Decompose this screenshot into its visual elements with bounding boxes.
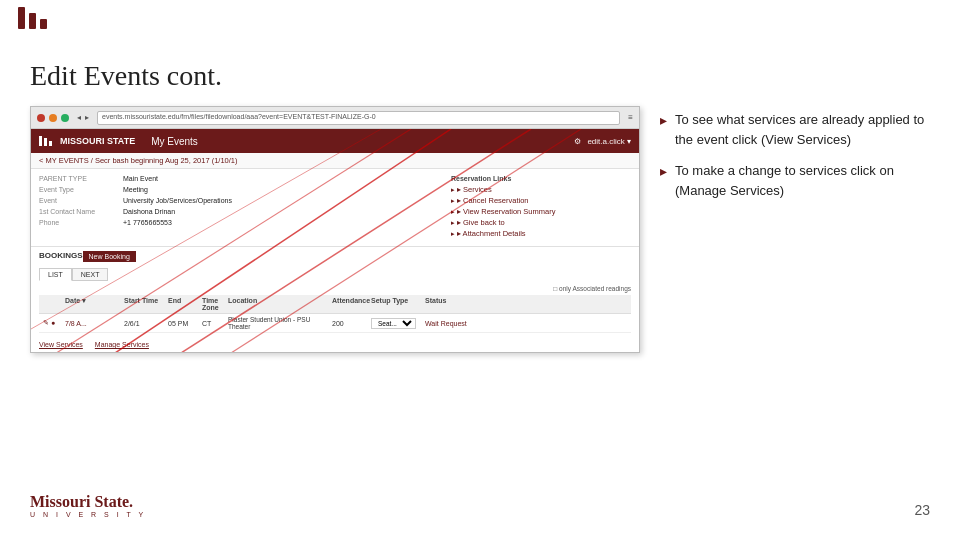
field-label: Event Type — [39, 186, 119, 193]
col-att-header: Attendance — [332, 297, 367, 311]
app-bar-2 — [44, 138, 47, 146]
app-header-right: ⚙ edit.a.click ▾ — [574, 137, 631, 146]
field-label: 1st Contact Name — [39, 208, 119, 215]
bullet-arrow-2: ▸ — [660, 163, 667, 179]
event-fields: PARENT TYPEMain EventEvent TypeMeetingEv… — [39, 175, 443, 226]
event-left-fields: PARENT TYPEMain EventEvent TypeMeetingEv… — [39, 175, 443, 240]
reservation-link[interactable]: ▸ Services — [451, 185, 631, 194]
logo-bar-1 — [18, 7, 25, 29]
bullet-item-2: ▸ To make a change to services click on … — [660, 161, 930, 200]
col-date-header: Date ▾ — [65, 297, 120, 311]
event-right-links: Reservation Links ▸ Services▸ Cancel Res… — [451, 175, 631, 240]
field-row: Event TypeMeeting — [39, 186, 443, 193]
app-header: MISSOURI STATE My Events ⚙ edit.a.click … — [31, 129, 639, 153]
field-row: 1st Contact NameDaishona Drinan — [39, 208, 443, 215]
reservation-link[interactable]: ▸ View Reservation Summary — [451, 207, 631, 216]
bullet-item-1: ▸ To see what services are already appli… — [660, 110, 930, 149]
bullet-arrow-1: ▸ — [660, 112, 667, 128]
setup-select[interactable]: Seat... — [371, 318, 416, 329]
row-location: Plaster Student Union - PSU Theater — [228, 316, 328, 330]
bookings-tabs: LIST NEXT — [39, 268, 631, 281]
browser-bar: ◂ ▸ events.missouristate.edu/fm/files/fi… — [31, 107, 639, 129]
content-row: ◂ ▸ events.missouristate.edu/fm/files/fi… — [30, 106, 930, 353]
row-date: 7/8 A... — [65, 320, 120, 327]
row-action-icons[interactable]: ✎ ● — [43, 319, 61, 327]
view-services-link[interactable]: View Services — [39, 341, 83, 348]
search-icon[interactable]: ⚙ — [574, 137, 581, 146]
bookings-header: BOOKINGS — [39, 251, 83, 260]
reservation-links: ▸ Services▸ Cancel Reservation▸ View Res… — [451, 185, 631, 238]
new-booking-button[interactable]: New Booking — [83, 251, 136, 262]
col-icons — [43, 297, 61, 311]
filter-label: □ only Associated readings — [39, 285, 631, 292]
msu-logo: Missouri State. U N I V E R S I T Y — [30, 493, 146, 518]
logo-bar-2 — [29, 13, 36, 29]
row-end-time: 05 PM — [168, 320, 198, 327]
page-number: 23 — [914, 502, 930, 518]
screenshot-mockup: ◂ ▸ events.missouristate.edu/fm/files/fi… — [30, 106, 640, 353]
tab-next[interactable]: NEXT — [72, 268, 109, 281]
bottom-links-bar: View Services Manage Services — [31, 337, 639, 352]
browser-min-dot — [49, 114, 57, 122]
field-value: Meeting — [123, 186, 148, 193]
col-tz-header: Time Zone — [202, 297, 224, 311]
browser-menu-icon[interactable]: ≡ — [628, 113, 633, 122]
app-title: My Events — [151, 136, 198, 147]
col-end-header: End — [168, 297, 198, 311]
event-details: PARENT TYPEMain EventEvent TypeMeetingEv… — [31, 169, 639, 246]
reservation-link[interactable]: ▸ Give back to — [451, 218, 631, 227]
tab-list[interactable]: LIST — [39, 268, 72, 281]
reservation-link[interactable]: ▸ Attachment Details — [451, 229, 631, 238]
address-bar[interactable]: events.missouristate.edu/fm/files/filedo… — [97, 111, 620, 125]
table-row: ✎ ● 7/8 A... 2/6/1 05 PM CT Plaster Stud… — [39, 314, 631, 333]
main-content: Edit Events cont. ◂ ▸ events.missourista… — [0, 36, 960, 540]
page-title: Edit Events cont. — [30, 60, 930, 92]
col-status-header: Status — [425, 297, 475, 311]
row-attendance: 200 — [332, 320, 367, 327]
field-label: PARENT TYPE — [39, 175, 119, 182]
app-brand: MISSOURI STATE — [60, 136, 135, 146]
field-value: Main Event — [123, 175, 158, 182]
breadcrumb[interactable]: < MY EVENTS / Secr bash beginning Aug 25… — [31, 153, 639, 169]
field-row: PARENT TYPEMain Event — [39, 175, 443, 182]
app-bar-3 — [49, 141, 52, 146]
bullet-text-1: To see what services are already applied… — [675, 110, 930, 149]
table-header: Date ▾ Start Time End Time Zone Location… — [39, 295, 631, 314]
msu-wordmark: Missouri State. — [30, 493, 133, 511]
field-label: Phone — [39, 219, 119, 226]
msu-subtext: U N I V E R S I T Y — [30, 511, 146, 518]
logo-bar-3 — [40, 19, 47, 29]
bookings-section: BOOKINGS New Booking LIST NEXT □ only As… — [31, 246, 639, 337]
reservation-link[interactable]: ▸ Cancel Reservation — [451, 196, 631, 205]
browser-max-dot — [61, 114, 69, 122]
field-value: Daishona Drinan — [123, 208, 175, 215]
user-menu[interactable]: edit.a.click ▾ — [587, 137, 631, 146]
row-timezone: CT — [202, 320, 224, 327]
reservation-section-header: Reservation Links — [451, 175, 631, 182]
nav-back-icon[interactable]: ◂ — [77, 113, 81, 122]
top-bar — [0, 0, 960, 36]
field-row: EventUniversity Job/Services/Operations — [39, 197, 443, 204]
bullet-text-2: To make a change to services click on (M… — [675, 161, 930, 200]
logo-icon — [18, 7, 47, 29]
manage-services-link[interactable]: Manage Services — [95, 341, 149, 348]
app-logo-icon — [39, 136, 52, 146]
nav-forward-icon[interactable]: ▸ — [85, 113, 89, 122]
row-setup: Seat... — [371, 318, 421, 329]
bullet-section: ▸ To see what services are already appli… — [660, 106, 930, 212]
col-setup-header: Setup Type — [371, 297, 421, 311]
field-value: +1 7765665553 — [123, 219, 172, 226]
row-start-time: 2/6/1 — [124, 320, 164, 327]
browser-close-dot — [37, 114, 45, 122]
field-label: Event — [39, 197, 119, 204]
app-bar-1 — [39, 136, 42, 146]
col-starttime-header: Start Time — [124, 297, 164, 311]
col-loc-header: Location — [228, 297, 328, 311]
row-status: Wait Request — [425, 320, 475, 327]
field-value: University Job/Services/Operations — [123, 197, 232, 204]
field-row: Phone+1 7765665553 — [39, 219, 443, 226]
